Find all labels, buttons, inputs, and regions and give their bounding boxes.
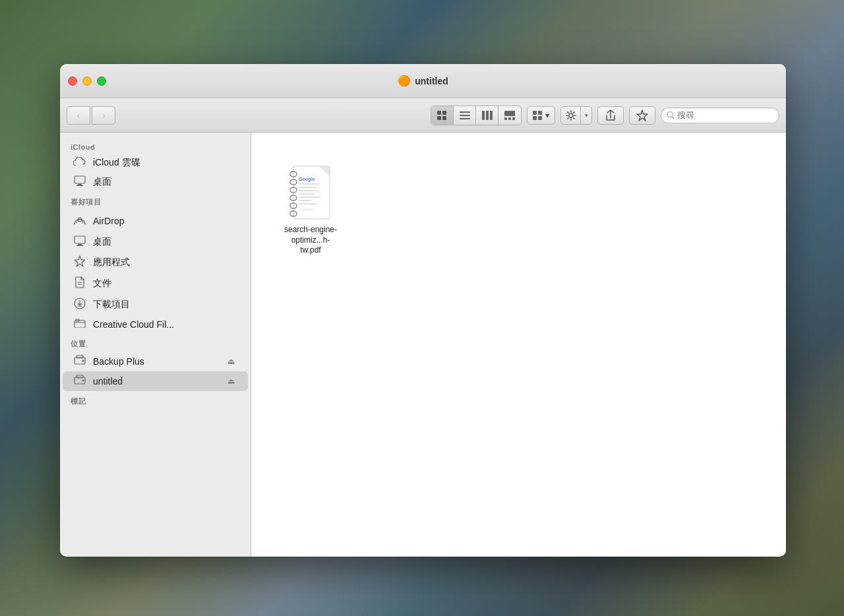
creative-cloud-label: Creative Cloud Fil... [93,319,237,330]
applications-label: 應用程式 [93,257,237,268]
groupby-arrow-icon: ▾ [545,111,549,120]
forward-button[interactable]: › [92,106,115,125]
svg-rect-40 [293,166,330,219]
close-button[interactable] [68,77,77,86]
svg-rect-35 [76,355,83,358]
sidebar-item-icloud-drive[interactable]: iCloud 雲碟 [63,154,248,172]
search-input[interactable] [677,110,773,120]
list-icon [460,111,470,120]
svg-rect-6 [460,118,470,119]
title-bar: 🟠 untitled [60,64,786,98]
sidebar-item-downloads[interactable]: 下載項目 [63,294,248,315]
gallery-view-button[interactable] [498,106,521,125]
svg-rect-15 [538,111,542,115]
desktop-icloud-label: 桌面 [93,176,237,188]
svg-rect-14 [533,111,537,115]
svg-rect-10 [504,111,515,116]
sidebar-item-documents[interactable]: 文件 [63,273,248,294]
backup-plus-icon [73,355,86,368]
svg-rect-8 [486,111,489,120]
svg-rect-54 [299,203,317,204]
sidebar-locations-header: 位置 [60,334,251,352]
backup-eject-button[interactable]: ⏏ [225,355,237,367]
airdrop-label: AirDrop [93,216,237,226]
icon-view-button[interactable] [431,106,454,125]
sidebar-item-untitled[interactable]: untitled ⏏ [63,371,248,391]
svg-rect-3 [442,116,446,120]
airdrop-icon [73,213,86,229]
search-box[interactable] [661,108,779,123]
sidebar-item-backup-plus[interactable]: Backup Plus ⏏ [63,352,248,371]
list-item[interactable]: Google [278,159,344,260]
svg-rect-2 [437,116,441,120]
sidebar-icloud-header: iCloud [60,138,251,154]
svg-rect-4 [460,111,470,113]
svg-text:Google: Google [299,177,315,182]
svg-rect-17 [538,116,542,120]
svg-rect-7 [482,111,485,120]
groupby-icon [533,111,543,120]
title-folder-icon: 🟠 [398,75,411,87]
applications-icon [73,255,86,270]
sidebar: iCloud iCloud 雲碟 桌面 [60,133,251,557]
svg-point-55 [301,209,302,210]
untitled-eject-button[interactable]: ⏏ [225,375,237,387]
sidebar-item-applications[interactable]: 應用程式 [63,252,248,273]
svg-rect-50 [299,190,318,191]
svg-rect-51 [299,193,315,195]
window-title: untitled [415,76,448,86]
view-buttons [431,106,522,125]
minimize-button[interactable] [82,77,92,86]
groupby-button[interactable]: ▾ [527,106,555,125]
sidebar-favorites-header: 喜好項目 [60,192,251,210]
untitled-drive-label: untitled [93,376,218,386]
sidebar-item-airdrop[interactable]: AirDrop [63,210,248,232]
column-icon [482,111,493,120]
share-button[interactable] [597,106,624,125]
file-area: Google [251,133,786,557]
svg-point-57 [306,209,307,210]
creative-cloud-icon [73,319,86,330]
downloads-label: 下載項目 [93,299,237,311]
share-icon [605,109,616,121]
maximize-button[interactable] [97,77,106,86]
back-icon: ‹ [77,110,80,121]
file-grid: Google [264,146,773,273]
sidebar-item-desktop[interactable]: 桌面 [63,232,248,252]
documents-label: 文件 [93,278,237,290]
file-icon-wrapper: Google [284,163,337,222]
svg-rect-48 [299,183,320,185]
sidebar-tags-header: 標記 [60,391,251,409]
svg-point-18 [569,113,573,117]
column-view-button[interactable] [476,106,498,125]
svg-rect-0 [437,111,441,115]
tag-icon [636,109,649,122]
svg-rect-38 [76,375,83,378]
pdf-file-icon: Google [287,164,334,222]
svg-point-36 [82,360,84,362]
action-arrow-icon: ▾ [581,107,591,124]
list-view-button[interactable] [454,106,476,125]
window-title-area: 🟠 untitled [398,75,448,87]
svg-rect-21 [75,176,85,183]
svg-rect-52 [299,197,320,198]
file-name: search-engine-optimiz...h-tw.pdf [282,225,340,256]
back-button[interactable]: ‹ [67,106,90,125]
svg-rect-27 [76,245,83,247]
svg-point-58 [309,209,310,210]
svg-rect-11 [504,117,507,120]
desktop-icloud-icon [73,175,86,189]
svg-rect-13 [512,117,515,120]
untitled-icon [73,375,86,388]
desktop-label: 桌面 [93,236,237,248]
backup-plus-label: Backup Plus [93,356,218,367]
action-button[interactable]: ▾ [560,106,592,125]
svg-rect-5 [460,115,470,116]
svg-rect-25 [75,236,85,243]
tag-button[interactable] [629,106,655,125]
svg-rect-23 [76,185,83,187]
sidebar-item-desktop-icloud[interactable]: 桌面 [63,172,248,192]
svg-line-20 [672,117,674,119]
svg-rect-49 [299,187,317,188]
sidebar-item-creative-cloud[interactable]: Creative Cloud Fil... [63,315,248,334]
